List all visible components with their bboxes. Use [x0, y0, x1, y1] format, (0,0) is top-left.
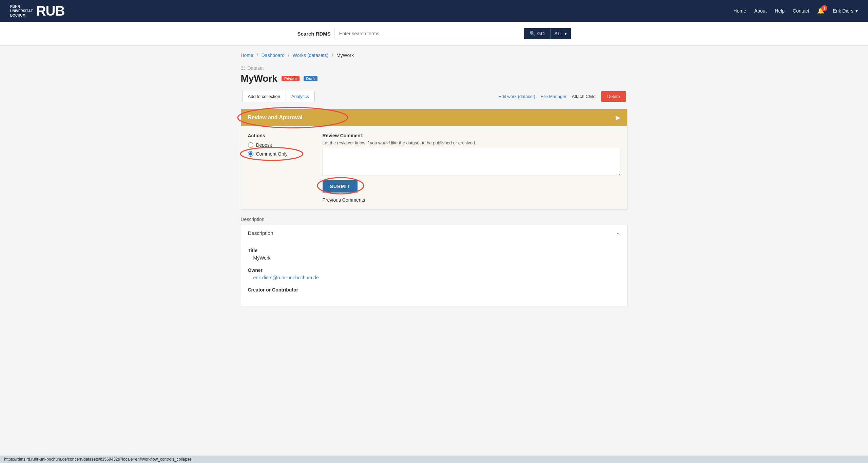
dataset-type: ☷ Dataset: [241, 65, 628, 71]
submit-button[interactable]: SUBMIT: [323, 180, 358, 193]
file-manager-link[interactable]: File Manager: [541, 94, 566, 99]
comment-only-radio[interactable]: [248, 151, 253, 157]
search-icon: 🔍: [529, 31, 535, 36]
breadcrumb-sep-3: /: [332, 53, 333, 58]
comment-only-label: Comment Only: [256, 151, 288, 157]
analytics-link[interactable]: Analytics: [286, 91, 315, 102]
all-label: ALL: [555, 31, 563, 36]
deposit-radio[interactable]: [248, 142, 253, 148]
actions-label: Actions: [248, 133, 309, 138]
dataset-type-label: Dataset: [248, 65, 264, 71]
draft-badge: Draft: [304, 76, 318, 81]
title-field-value: MyWork: [248, 255, 620, 261]
review-actions: Actions Deposit Comment Only: [248, 133, 309, 203]
work-title-row: MyWork Private Draft: [241, 73, 628, 84]
toolbar-left: Add to collection Analytics: [242, 91, 315, 102]
search-input[interactable]: [334, 28, 524, 39]
toolbar-right: Edit work (dataset) File Manager Attach …: [499, 91, 626, 102]
comment-label: Review Comment:: [323, 133, 620, 138]
accordion-header[interactable]: Description ⌄: [241, 225, 627, 241]
accordion-body: Title MyWork Owner erik.diers@ruhr-uni-b…: [241, 241, 627, 306]
user-menu-chevron-icon: ▾: [855, 8, 858, 14]
review-body: Actions Deposit Comment Only: [241, 126, 627, 209]
creator-field-label: Creator or Contributor: [248, 287, 620, 293]
radio-group: Deposit Comment Only: [248, 142, 309, 157]
logo-abbr: RUB: [36, 3, 65, 19]
breadcrumb-works[interactable]: Works (datasets): [293, 53, 329, 58]
previous-comments: Previous Comments: [323, 197, 620, 203]
review-section-title: Review and Approval: [248, 115, 303, 121]
nav-contact[interactable]: Contact: [793, 8, 809, 14]
creator-field: Creator or Contributor: [248, 287, 620, 293]
comment-desc: Let the reviewer know if you would like …: [323, 140, 620, 145]
university-logo: RUHR UNIVERSITÄT BOCHUM RUB: [10, 3, 64, 19]
notification-bell[interactable]: 🔔 1: [817, 7, 825, 15]
add-to-collection-button[interactable]: Add to collection: [242, 91, 286, 102]
accordion-label: Description: [248, 230, 273, 236]
search-bar: Search RDMS 🔍 GO ALL ▾: [0, 22, 868, 46]
description-section: Description Description ⌄ Title MyWork O…: [241, 217, 628, 306]
all-chevron-icon: ▾: [564, 31, 567, 36]
description-section-label: Description: [241, 217, 628, 222]
title-field-label: Title: [248, 248, 620, 253]
owner-field-label: Owner: [248, 267, 620, 273]
main-content: Home / Dashboard / Works (datasets) / My…: [231, 46, 638, 320]
breadcrumb: Home / Dashboard / Works (datasets) / My…: [241, 53, 628, 58]
owner-field: Owner erik.diers@ruhr-uni-bochum.de: [248, 267, 620, 280]
review-comment-textarea[interactable]: [323, 149, 620, 176]
submit-area: SUBMIT: [323, 180, 358, 193]
review-chevron-right-icon: ▶: [616, 114, 620, 121]
search-label: Search RDMS: [297, 31, 330, 37]
notification-badge: 1: [821, 5, 827, 11]
university-name: RUHR UNIVERSITÄT BOCHUM: [10, 4, 33, 18]
owner-field-value: erik.diers@ruhr-uni-bochum.de: [248, 275, 620, 280]
review-comment-area: Review Comment: Let the reviewer know if…: [323, 133, 620, 203]
comment-only-radio-item[interactable]: Comment Only: [248, 151, 309, 157]
breadcrumb-current: MyWork: [336, 53, 354, 58]
nav-help[interactable]: Help: [775, 8, 785, 14]
breadcrumb-sep-2: /: [288, 53, 289, 58]
deposit-radio-item[interactable]: Deposit: [248, 142, 309, 148]
main-nav: Home About Help Contact 🔔 1 Erik Diers ▾: [733, 7, 858, 15]
breadcrumb-dashboard[interactable]: Dashboard: [262, 53, 285, 58]
user-name: Erik Diers: [833, 8, 853, 14]
dataset-type-icon: ☷: [241, 65, 246, 71]
private-badge: Private: [282, 76, 300, 81]
title-field: Title MyWork: [248, 248, 620, 261]
breadcrumb-sep-1: /: [257, 53, 258, 58]
breadcrumb-home[interactable]: Home: [241, 53, 253, 58]
nav-home[interactable]: Home: [733, 8, 746, 14]
nav-about[interactable]: About: [754, 8, 767, 14]
action-toolbar: Add to collection Analytics Edit work (d…: [241, 91, 628, 102]
review-header[interactable]: Review and Approval ▶: [241, 109, 627, 126]
review-section: Review and Approval ▶ Actions Deposit: [241, 109, 628, 210]
description-accordion: Description ⌄ Title MyWork Owner erik.di…: [241, 225, 628, 306]
accordion-chevron-down-icon: ⌄: [616, 230, 620, 236]
edit-work-link[interactable]: Edit work (dataset): [499, 94, 535, 99]
search-input-group: 🔍 GO ALL ▾: [334, 28, 571, 39]
page-header: RUHR UNIVERSITÄT BOCHUM RUB Home About H…: [0, 0, 868, 22]
user-menu[interactable]: Erik Diers ▾: [833, 8, 858, 14]
search-go-button[interactable]: 🔍 GO: [524, 28, 550, 39]
attach-child-link[interactable]: Attach Child: [572, 94, 596, 99]
go-label: GO: [537, 31, 545, 36]
delete-button[interactable]: Delete: [601, 91, 626, 102]
deposit-label: Deposit: [256, 142, 272, 148]
search-all-button[interactable]: ALL ▾: [550, 28, 571, 39]
work-title: MyWork: [241, 73, 277, 84]
owner-email-link[interactable]: erik.diers@ruhr-uni-bochum.de: [253, 275, 319, 280]
